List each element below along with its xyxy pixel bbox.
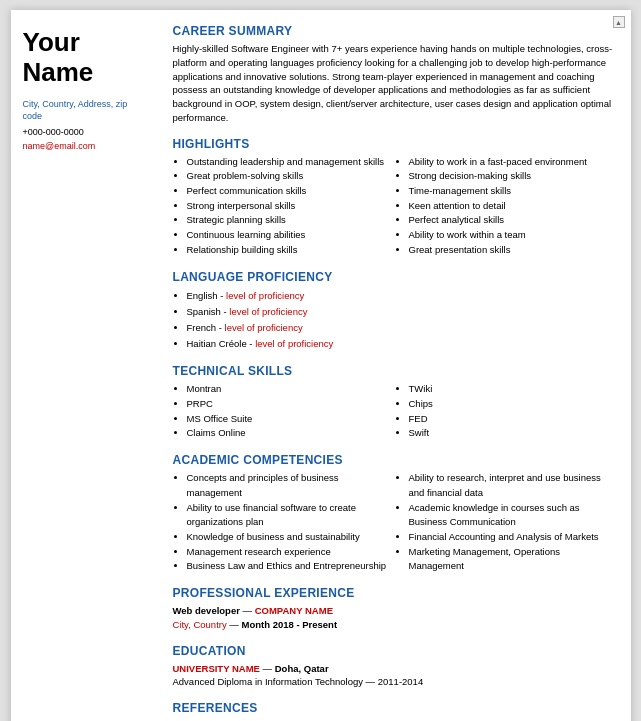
education-title: EDUCATION: [173, 644, 617, 658]
list-item: English - level of proficiency: [187, 288, 617, 304]
technical-list: MontranPRPCMS Office SuiteClaims Online …: [173, 382, 617, 441]
academic-col2: Ability to research, interpret and use b…: [395, 471, 617, 574]
list-item: Great problem-solving skills: [187, 169, 395, 184]
list-item: Ability to work within a team: [409, 228, 617, 243]
academic-col1: Concepts and principles of business mana…: [173, 471, 395, 574]
language-list: English - level of proficiencySpanish - …: [173, 288, 617, 353]
list-item: Great presentation skills: [409, 243, 617, 258]
language-title: LANGUAGE PROFICIENCY: [173, 270, 617, 284]
list-item: Strong decision-making skills: [409, 169, 617, 184]
highlights-section: HIGHLIGHTS Outstanding leadership and ma…: [173, 137, 617, 258]
job-separator: —: [240, 605, 255, 616]
academic-title: ACADEMIC COMPETENCIES: [173, 453, 617, 467]
education-section: EDUCATION UNIVERSITY NAME — Doha, Qatar …: [173, 644, 617, 690]
list-item: MS Office Suite: [187, 412, 395, 427]
technical-title: TECHNICAL SKILLS: [173, 364, 617, 378]
address-text: City, Country, Address, zip code: [23, 98, 149, 123]
language-section: LANGUAGE PROFICIENCY English - level of …: [173, 270, 617, 353]
list-item: Outstanding leadership and management sk…: [187, 155, 395, 170]
list-item: Concepts and principles of business mana…: [187, 471, 395, 500]
lang-level: level of proficiency: [225, 322, 303, 333]
scroll-indicator: ▲: [613, 16, 625, 28]
list-item: Academic knowledge in courses such as Bu…: [409, 501, 617, 530]
highlights-col1: Outstanding leadership and management sk…: [173, 155, 395, 258]
job-date-sep: —: [227, 619, 242, 630]
list-item: Perfect analytical skills: [409, 213, 617, 228]
list-item: TWiki: [409, 382, 617, 397]
list-item: Chips: [409, 397, 617, 412]
lang-level: level of proficiency: [255, 338, 333, 349]
references-section: REFERENCES Available upon request: [173, 701, 617, 721]
highlights-list: Outstanding leadership and management sk…: [173, 155, 617, 258]
edu-school: UNIVERSITY NAME: [173, 663, 260, 674]
list-item: Ability to use financial software to cre…: [187, 501, 395, 530]
job-company: COMPANY NAME: [255, 605, 333, 616]
list-item: Keen attention to detail: [409, 199, 617, 214]
sidebar: Your Name City, Country, Address, zip co…: [11, 10, 159, 721]
highlights-title: HIGHLIGHTS: [173, 137, 617, 151]
list-item: Continuous learning abilities: [187, 228, 395, 243]
job-title: Web developer: [173, 605, 240, 616]
technical-col2: TWikiChipsFEDSwift: [395, 382, 617, 441]
list-item: Financial Accounting and Analysis of Mar…: [409, 530, 617, 545]
resume-page: ▲ Your Name City, Country, Address, zip …: [11, 10, 631, 721]
main-content: CAREER SUMMARY Highly-skilled Software E…: [159, 10, 631, 721]
list-item: Ability to research, interpret and use b…: [409, 471, 617, 500]
technical-col1: MontranPRPCMS Office SuiteClaims Online: [173, 382, 395, 441]
list-item: PRPC: [187, 397, 395, 412]
list-item: Montran: [187, 382, 395, 397]
career-summary-section: CAREER SUMMARY Highly-skilled Software E…: [173, 24, 617, 125]
list-item: Perfect communication skills: [187, 184, 395, 199]
experience-section: PROFESSIONAL EXPERIENCE Web developer — …: [173, 586, 617, 632]
name-heading: Your Name: [23, 28, 149, 88]
lang-level: level of proficiency: [229, 306, 307, 317]
list-item: French - level of proficiency: [187, 320, 617, 336]
list-item: Claims Online: [187, 426, 395, 441]
academic-section: ACADEMIC COMPETENCIES Concepts and princ…: [173, 453, 617, 574]
highlights-col2: Ability to work in a fast-paced environm…: [395, 155, 617, 258]
list-item: Business Law and Ethics and Entrepreneur…: [187, 559, 395, 574]
experience-body: Web developer — COMPANY NAME City, Count…: [173, 604, 617, 632]
email-text: name@email.com: [23, 141, 149, 151]
list-item: Spanish - level of proficiency: [187, 304, 617, 320]
edu-location: Doha, Qatar: [275, 663, 329, 674]
lang-level: level of proficiency: [226, 290, 304, 301]
phone-text: +000-000-0000: [23, 127, 149, 137]
academic-list: Concepts and principles of business mana…: [173, 471, 617, 574]
list-item: Strong interpersonal skills: [187, 199, 395, 214]
list-item: Marketing Management, Operations Managem…: [409, 545, 617, 574]
career-summary-title: CAREER SUMMARY: [173, 24, 617, 38]
list-item: Ability to work in a fast-paced environm…: [409, 155, 617, 170]
list-item: Management research experience: [187, 545, 395, 560]
list-item: Knowledge of business and sustainability: [187, 530, 395, 545]
job-dates: Month 2018 - Present: [241, 619, 337, 630]
job-location: City, Country: [173, 619, 227, 630]
career-summary-text: Highly-skilled Software Engineer with 7+…: [173, 42, 617, 125]
list-item: FED: [409, 412, 617, 427]
list-item: Time-management skills: [409, 184, 617, 199]
education-body: UNIVERSITY NAME — Doha, Qatar Advanced D…: [173, 662, 617, 690]
experience-title: PROFESSIONAL EXPERIENCE: [173, 586, 617, 600]
list-item: Strategic planning skills: [187, 213, 395, 228]
list-item: Swift: [409, 426, 617, 441]
edu-degree: Advanced Diploma in Information Technolo…: [173, 676, 424, 687]
references-title: REFERENCES: [173, 701, 617, 715]
list-item: Relationship building skills: [187, 243, 395, 258]
edu-separator: —: [260, 663, 275, 674]
technical-section: TECHNICAL SKILLS MontranPRPCMS Office Su…: [173, 364, 617, 441]
list-item: Haitian Créole - level of proficiency: [187, 336, 617, 352]
